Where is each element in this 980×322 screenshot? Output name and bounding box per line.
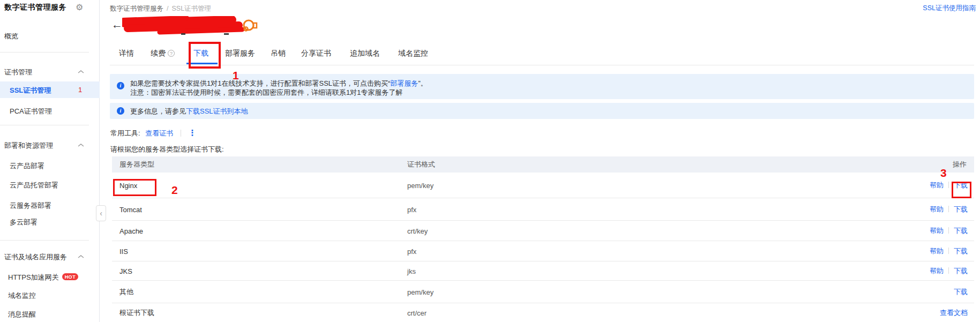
banner-text: ”。 (418, 79, 427, 87)
col-header-action: 操作 (953, 160, 967, 169)
download-link[interactable]: 下载 (954, 181, 968, 189)
cert-format: pfx (407, 247, 416, 255)
sidebar-divider (0, 52, 89, 53)
sidebar: 数字证书管理服务 ⚙ 概览 证书管理 SSL证书管理 1 PCA证书管理 部署和… (0, 0, 100, 322)
kebab-menu-icon[interactable]: ⋮ (189, 128, 197, 137)
download-link[interactable]: 下载 (954, 205, 968, 213)
help-link[interactable]: 帮助 (930, 181, 944, 189)
sidebar-divider (0, 125, 89, 125)
download-link[interactable]: 下载 (954, 288, 968, 296)
cert-count-badge: 1 (78, 86, 82, 94)
sidebar-item-cloud-server-deploy[interactable]: 云服务器部署 (10, 201, 51, 211)
cert-format: pfx (407, 205, 416, 213)
divider (948, 227, 949, 234)
help-link[interactable]: 帮助 (930, 247, 944, 255)
help-link[interactable]: 帮助 (930, 227, 944, 235)
info-icon: i (117, 82, 124, 89)
sidebar-item-cloud-product-deploy[interactable]: 云产品部署 (10, 161, 44, 171)
cert-format: pem/key (407, 181, 433, 189)
download-ssl-local-link[interactable]: 下载SSL证书到本地 (186, 107, 248, 115)
sidebar-item-domain-monitor[interactable]: 域名监控 (8, 291, 36, 301)
sidebar-item-message-reminder[interactable]: 消息提醒 (8, 310, 36, 319)
redacted-text-remnant (224, 33, 229, 35)
tab-domain-monitor[interactable]: 域名监控 (398, 49, 428, 58)
question-circle-icon[interactable]: ? (168, 50, 175, 57)
chevron-up-icon (78, 254, 84, 259)
divider (181, 130, 181, 137)
server-type: Apache (119, 227, 143, 235)
table-row-jks: JKS jks 帮助下载 (112, 261, 974, 281)
deploy-service-info-banner: i 如果您需要技术专家提供1对1在线技术支持，进行配置和部署SSL证书，可点击购… (110, 74, 974, 99)
help-link[interactable]: 帮助 (930, 267, 944, 275)
download-link[interactable]: 下载 (954, 267, 968, 275)
table-row-iis: IIS pfx 帮助下载 (112, 241, 974, 261)
tab-details[interactable]: 详情 (119, 49, 134, 58)
download-link[interactable]: 下载 (954, 227, 968, 235)
deploy-service-link[interactable]: 部署服务 (390, 79, 418, 87)
info-icon: i (117, 107, 124, 115)
view-cert-link[interactable]: 查看证书 (145, 129, 173, 137)
divider (948, 182, 949, 188)
sidebar-item-multicloud-deploy[interactable]: 多云部署 (10, 218, 38, 227)
more-info-banner: i 更多信息，请参见下载SSL证书到本地 (110, 103, 974, 119)
divider (948, 267, 949, 274)
sidebar-item-label: HTTPS加速网关 (8, 273, 59, 281)
server-type: 根证书下载 (119, 308, 154, 318)
ssl-certificate-console: 数字证书管理服务 ⚙ 概览 证书管理 SSL证书管理 1 PCA证书管理 部署和… (0, 0, 980, 322)
sidebar-section-deploy-resource[interactable]: 部署和资源管理 (4, 141, 53, 151)
common-tools-label: 常用工具: (110, 129, 140, 137)
divider (948, 248, 949, 254)
sidebar-item-pca-cert-mgmt[interactable]: PCA证书管理 (10, 107, 52, 116)
table-row-root-cert: 根证书下载 crt/cer 查看文档 (112, 303, 974, 322)
server-type: JKS (119, 267, 132, 275)
sidebar-section-cert-domain-services[interactable]: 证书及域名应用服务 (4, 252, 67, 262)
breadcrumb-separator: / (167, 5, 168, 12)
divider (948, 206, 949, 212)
banner-line: 更多信息，请参见下载SSL证书到本地 (130, 107, 248, 116)
tab-revoke[interactable]: 吊销 (271, 49, 286, 58)
annotation-number-1: 1 (233, 69, 239, 82)
tab-share-cert[interactable]: 分享证书 (301, 49, 331, 58)
sidebar-item-overview[interactable]: 概览 (4, 32, 18, 41)
sidebar-item-cloud-hosted-deploy[interactable]: 云产品托管部署 (10, 181, 58, 190)
tab-renewal[interactable]: 续费? (151, 49, 175, 58)
cert-format: pem/key (407, 288, 433, 296)
cert-format: jks (407, 267, 416, 275)
sidebar-item-ssl-cert-mgmt[interactable]: SSL证书管理 (10, 86, 51, 95)
tab-label: 续费 (151, 49, 166, 57)
help-link[interactable]: 帮助 (930, 205, 944, 213)
gear-icon[interactable]: ⚙ (76, 2, 83, 12)
breadcrumb: 数字证书管理服务/SSL证书管理 (110, 4, 211, 13)
banner-line-1: 如果您需要技术专家提供1对1在线技术支持，进行配置和部署SSL证书，可点击购买“… (130, 79, 428, 88)
tab-deploy-service[interactable]: 部署服务 (225, 49, 255, 58)
sidebar-collapse-handle[interactable]: ‹ (96, 205, 106, 221)
back-arrow-icon[interactable]: ← (111, 18, 123, 31)
tab-download[interactable]: 下载 (193, 49, 208, 58)
sidebar-section-cert-mgmt[interactable]: 证书管理 (4, 68, 32, 77)
breadcrumb-current: SSL证书管理 (171, 5, 211, 12)
table-row-other: 其他 pem/key 下载 (112, 281, 974, 303)
breadcrumb-root[interactable]: 数字证书管理服务 (110, 5, 163, 12)
tab-append-domain[interactable]: 追加域名 (350, 49, 380, 58)
key-doodle-icon (241, 18, 258, 34)
active-tab-underline (186, 63, 218, 64)
banner-line-2: 注意：国密算法证书使用时候，需要配套的国密应用套件，详细请联系1对1专家服务了解 (130, 88, 402, 98)
redaction-scribble (122, 16, 246, 35)
table-header-row: 服务器类型 证书格式 操作 (112, 156, 974, 173)
server-type: 其他 (119, 287, 133, 297)
banner-text: 更多信息，请参见 (130, 107, 186, 115)
sidebar-item-https-gateway[interactable]: HTTPS加速网关HOT (8, 273, 78, 282)
view-doc-link[interactable]: 查看文档 (940, 309, 968, 317)
sidebar-divider (0, 240, 89, 241)
banner-text: 如果您需要技术专家提供1对1在线技术支持，进行配置和部署SSL证书，可点击购买“ (130, 79, 390, 87)
annotation-number-3: 3 (940, 167, 947, 179)
table-row-apache: Apache crt/key 帮助下载 (112, 221, 974, 241)
server-type: Tomcat (119, 205, 142, 213)
redacted-text-remnant (181, 33, 185, 35)
cert-format: crt/cer (407, 309, 427, 317)
server-type-hint: 请根据您的服务器类型选择证书下载: (110, 145, 224, 154)
download-link[interactable]: 下载 (954, 247, 968, 255)
sidebar-title: 数字证书管理服务 (4, 3, 66, 12)
table-row-nginx: Nginx pem/key 帮助下载 (112, 173, 974, 198)
ssl-usage-guide-link[interactable]: SSL证书使用指南 (923, 4, 976, 13)
